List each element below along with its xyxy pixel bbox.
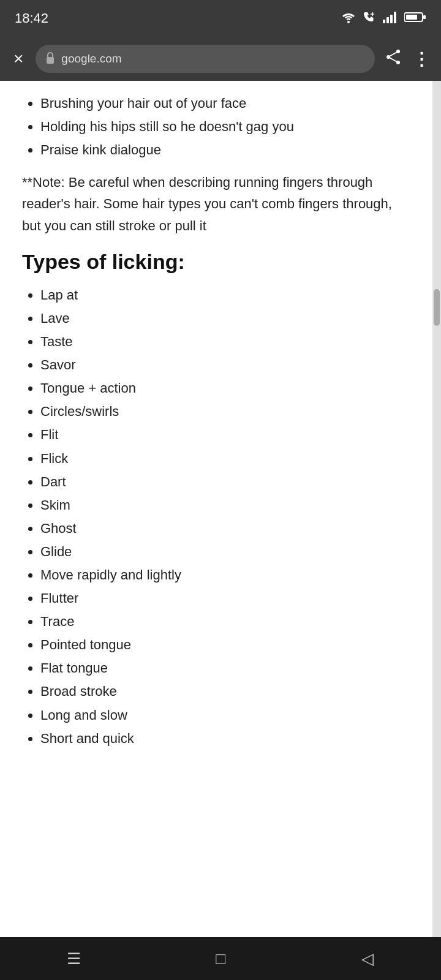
- list-item: Short and quick: [40, 728, 410, 749]
- close-tab-button[interactable]: ×: [11, 47, 26, 71]
- url-bar[interactable]: google.com: [36, 45, 375, 73]
- content-main: Brushing your hair out of your face Hold…: [0, 81, 432, 937]
- url-text: google.com: [61, 52, 121, 66]
- svg-point-0: [347, 21, 350, 23]
- list-item: Savor: [40, 355, 410, 375]
- bottom-nav: ☰ □ ◁: [0, 937, 441, 980]
- top-bullet-list: Brushing your hair out of your face Hold…: [22, 93, 410, 160]
- svg-line-14: [388, 51, 398, 57]
- svg-line-15: [388, 57, 398, 62]
- svg-rect-8: [406, 15, 417, 20]
- list-item: Brushing your hair out of your face: [40, 93, 410, 114]
- menu-nav-button[interactable]: ☰: [55, 940, 92, 977]
- list-item: Glide: [40, 541, 410, 562]
- scrollbar-thumb[interactable]: [434, 289, 440, 326]
- share-button[interactable]: [385, 48, 402, 69]
- content-area: Brushing your hair out of your face Hold…: [0, 81, 441, 937]
- svg-rect-6: [394, 12, 396, 23]
- svg-rect-10: [47, 57, 54, 64]
- back-nav-button[interactable]: ◁: [349, 940, 386, 977]
- wifi-icon: [341, 11, 356, 26]
- list-item: Flit: [40, 424, 410, 445]
- status-icons: [341, 11, 426, 26]
- battery-icon: [404, 12, 426, 25]
- signal-icon: [382, 11, 398, 26]
- svg-rect-9: [423, 15, 426, 19]
- status-time: 18:42: [15, 10, 48, 26]
- phone-icon: [363, 11, 376, 26]
- licking-list: Lap at Lave Taste Savor Tongue + action …: [22, 285, 410, 749]
- note-text: **Note: Be careful when describing runni…: [22, 172, 410, 236]
- svg-rect-5: [390, 15, 393, 23]
- list-item: Dart: [40, 472, 410, 492]
- list-item: Flat tongue: [40, 658, 410, 679]
- list-item: Ghost: [40, 518, 410, 539]
- list-item: Trace: [40, 611, 410, 632]
- list-item: Tongue + action: [40, 378, 410, 399]
- list-item: Lap at: [40, 285, 410, 306]
- list-item: Flutter: [40, 588, 410, 609]
- svg-rect-4: [386, 17, 389, 23]
- browser-actions: ⋮: [385, 48, 430, 69]
- list-item: Flick: [40, 448, 410, 469]
- section-heading: Types of licking:: [22, 250, 410, 274]
- menu-button[interactable]: ⋮: [413, 49, 430, 69]
- list-item: Lave: [40, 308, 410, 329]
- home-nav-button[interactable]: □: [202, 940, 239, 977]
- list-item: Skim: [40, 495, 410, 516]
- list-item: Praise kink dialogue: [40, 140, 410, 160]
- list-item: Taste: [40, 331, 410, 352]
- scrollbar-track[interactable]: [432, 81, 441, 937]
- svg-rect-3: [383, 20, 385, 23]
- status-bar: 18:42: [0, 0, 441, 37]
- list-item: Long and slow: [40, 705, 410, 726]
- list-item: Circles/swirls: [40, 401, 410, 422]
- list-item: Holding his hips still so he doesn't gag…: [40, 116, 410, 137]
- browser-bar: × google.com ⋮: [0, 37, 441, 81]
- list-item: Pointed tongue: [40, 635, 410, 655]
- list-item: Move rapidly and lightly: [40, 565, 410, 586]
- list-item: Broad stroke: [40, 681, 410, 702]
- lock-icon: [45, 51, 55, 67]
